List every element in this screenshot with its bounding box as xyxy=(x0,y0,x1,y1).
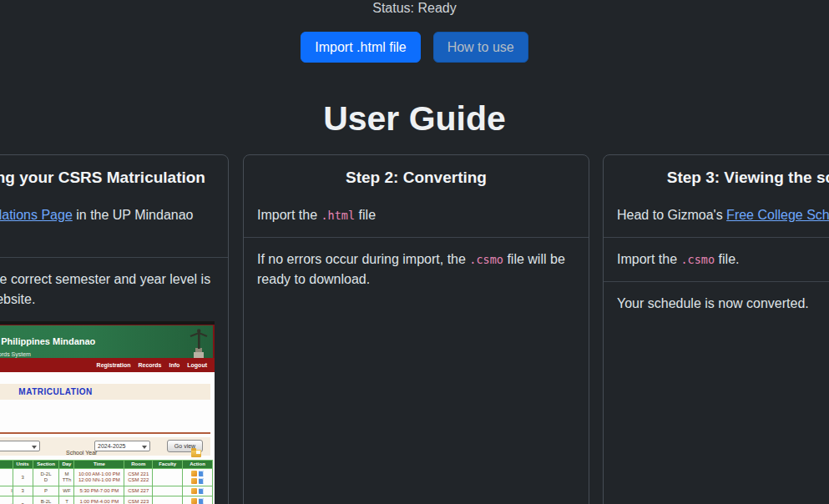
step3-item-2: Import the .csmo file. xyxy=(604,237,829,281)
csrs-navbar: Registration Records Info Logout xyxy=(0,358,215,372)
edit-icon xyxy=(191,488,197,494)
step3-item-1-text: Head to Gizmoa's xyxy=(617,208,726,222)
edit-icon xyxy=(191,478,197,484)
step1-item-2: Make sure that the correct semester and … xyxy=(0,257,228,504)
csrs-screenshot: University of the Philippines Mindanao C… xyxy=(0,321,215,504)
header-room: Room xyxy=(124,461,153,469)
header-action: Action xyxy=(183,461,213,469)
step3-item-3: Your schedule is now converted. xyxy=(604,281,829,325)
step3-card: Step 3: Viewing the schedule Head to Giz… xyxy=(603,154,829,504)
header-faculty: Faculty xyxy=(153,461,183,469)
folder-icon xyxy=(191,450,201,457)
csmo-extension-code: .csmo xyxy=(469,253,503,266)
step3-item-3-text: Your schedule is now converted. xyxy=(617,296,809,310)
table-row: l 3 P WF 5:30 PM-7:00 PM CSM 227 xyxy=(0,486,213,496)
step1-card-title: Step 1: Saving your CSRS Matriculation xyxy=(0,169,215,187)
header-course xyxy=(0,461,13,469)
step3-item-2-text: Import the xyxy=(617,252,680,266)
schoolyear-form: School Year 2024-2025 Go view xyxy=(0,437,210,456)
header-section: Section xyxy=(33,461,60,469)
matriculations-page-link[interactable]: Matriculations Page xyxy=(0,208,73,222)
copy-icon xyxy=(199,488,204,494)
step3-item-1: Head to Gizmoa's Free College Schedule M… xyxy=(604,194,829,237)
matriculation-table: Units Section Day Time Room Faculty Acti… xyxy=(0,460,213,504)
step3-item-2-text2: file. xyxy=(715,252,739,266)
step2-item-1-text: Import the xyxy=(257,208,321,222)
csrs-nav-info: Info xyxy=(169,355,179,375)
html-extension-code: .html xyxy=(321,209,355,222)
how-to-use-button[interactable]: How to use xyxy=(433,32,528,63)
table-row: 3 D-2LD MTTh 10:00 AM-1:00 PM12:00 NN-1:… xyxy=(0,469,213,486)
copy-icon xyxy=(199,471,204,476)
free-college-schedule-maker-link[interactable]: Free College Schedule Maker xyxy=(726,208,829,222)
csrs-nav-records: Records xyxy=(138,355,161,375)
step2-card-title: Step 2: Converting xyxy=(257,169,575,187)
csrs-nav-registration: Registration xyxy=(97,355,131,375)
csrs-banner: University of the Philippines Mindanao C… xyxy=(0,325,215,358)
step2-item-1-text2: file xyxy=(355,208,376,222)
table-row: t 3 B-2LB TTTh 1:00 PM-4:00 PM9:00 AM-10… xyxy=(0,496,213,504)
copy-icon xyxy=(199,498,204,504)
toolbar: Import .html file How to use xyxy=(0,32,829,63)
screenshot-divider xyxy=(0,432,210,434)
table-header-row: Units Section Day Time Room Faculty Acti… xyxy=(0,461,213,469)
oblation-statue-icon xyxy=(189,327,209,359)
header-units: Units xyxy=(13,461,33,469)
edit-icon xyxy=(191,498,197,504)
page-title: User Guide xyxy=(0,99,829,139)
import-html-button[interactable]: Import .html file xyxy=(301,32,420,63)
step1-card: Step 1: Saving your CSRS Matriculation G… xyxy=(0,154,229,504)
step2-item-1: Import the .html file xyxy=(244,194,589,237)
semester-select xyxy=(0,441,40,451)
step3-card-title: Step 3: Viewing the schedule xyxy=(617,169,829,187)
step2-card: Step 2: Converting Import the .html file… xyxy=(243,154,589,504)
matriculation-heading: MATRICULATION xyxy=(0,384,210,400)
copy-icon xyxy=(199,478,204,484)
header-time: Time xyxy=(74,461,124,469)
step2-item-2-text: If no errors occur during import, the xyxy=(257,252,469,266)
header-day: Day xyxy=(59,461,74,469)
csrs-nav-logout: Logout xyxy=(187,355,207,375)
step2-item-2: If no errors occur during import, the .c… xyxy=(244,237,589,301)
school-year-select: 2024-2025 xyxy=(94,441,150,451)
status-text: Status: Ready xyxy=(0,0,829,16)
step1-item-1: Go to the Matriculations Page in the UP … xyxy=(0,194,228,257)
step1-item-2-text: Make sure that the correct semester and … xyxy=(0,272,210,306)
csmo-extension-code: .csmo xyxy=(680,253,715,266)
edit-icon xyxy=(191,471,197,476)
